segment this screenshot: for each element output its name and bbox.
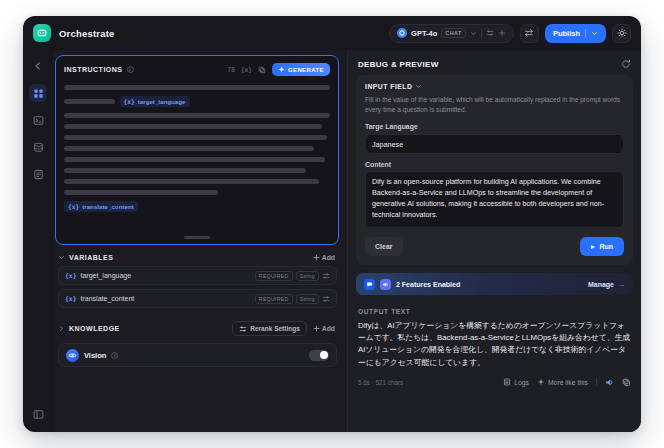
eye-icon [66, 349, 79, 362]
skeleton-row: {x} target_language [64, 96, 330, 107]
type-badge: String [296, 271, 319, 281]
publish-button[interactable]: Publish [545, 24, 606, 43]
info-icon: i [111, 352, 118, 359]
add-label: Add [322, 254, 335, 261]
sidebar-item-annotations[interactable] [29, 165, 47, 183]
insert-variable-icon[interactable]: {x} [241, 66, 252, 73]
info-icon: i [127, 66, 134, 73]
vision-card: Vision i [58, 343, 337, 367]
manage-features-link[interactable]: Manage → [588, 280, 625, 289]
collapse-panel-icon[interactable] [29, 405, 47, 423]
output-text: Difyは、AIアプリケーションを構築するためのオープンソースプラットフォームで… [358, 320, 631, 368]
chevron-down-icon [591, 30, 598, 37]
header-actions: GPT-4o CHAT Publish [389, 24, 631, 43]
variables-header[interactable]: VARIABLES Add [55, 245, 339, 266]
required-badge: REQUIRED [255, 294, 293, 304]
char-count: 78 [228, 66, 235, 73]
variable-symbol: {x} [65, 295, 77, 303]
skeleton-line [64, 190, 218, 195]
model-mode-badge: CHAT [441, 28, 466, 38]
variable-row-target-language[interactable]: {x} target_language REQUIRED String [58, 266, 337, 285]
more-like-this-button[interactable]: More like this [537, 378, 588, 386]
skeleton-line [64, 113, 330, 118]
clear-button[interactable]: Clear [365, 237, 403, 256]
speaker-button[interactable] [605, 378, 614, 387]
instructions-title: INSTRUCTIONS [64, 66, 123, 73]
skeleton-line [64, 124, 322, 129]
publish-label: Publish [553, 29, 580, 38]
orchestrate-panel: INSTRUCTIONS i 78 {x} GENERATE [53, 50, 347, 432]
input-field-header[interactable]: INPUT FIELD [365, 83, 624, 90]
feature-opener-icon [364, 279, 375, 290]
plus-icon [313, 325, 320, 332]
play-icon [591, 245, 595, 249]
chevron-down-icon [470, 30, 477, 37]
type-badge: String [296, 294, 319, 304]
variable-symbol: {x} [65, 272, 77, 280]
divider [585, 29, 586, 38]
model-selector[interactable]: GPT-4o CHAT [389, 24, 514, 43]
variables-title: VARIABLES [69, 254, 113, 261]
model-params-icon [486, 29, 494, 37]
sidebar-item-api-terminal[interactable] [29, 111, 47, 129]
app-window: Orchestrate GPT-4o CHAT Publish [23, 16, 641, 432]
output-footer: 5.6s · 521 chars Logs More like this [358, 378, 631, 387]
logs-label: Logs [514, 379, 529, 386]
features-bar[interactable]: 2 Features Enabled Manage → [356, 273, 633, 295]
variable-chip-target-language[interactable]: {x} target_language [120, 96, 190, 107]
instructions-header: INSTRUCTIONS i 78 {x} GENERATE [64, 63, 330, 76]
variable-row-translate-content[interactable]: {x} translate_content REQUIRED String [58, 289, 337, 308]
run-button[interactable]: Run [580, 237, 624, 256]
top-bar: Orchestrate GPT-4o CHAT Publish [23, 16, 641, 50]
target-language-input[interactable] [365, 134, 624, 154]
restore-history-icon[interactable] [520, 24, 539, 43]
back-arrow-icon[interactable] [29, 57, 47, 75]
sidebar-item-orchestrate[interactable] [29, 84, 47, 102]
debug-buttons: Clear Run [365, 237, 624, 256]
output-actions: Logs More like this [503, 378, 631, 387]
copy-icon[interactable] [258, 66, 266, 74]
run-label: Run [599, 243, 613, 250]
app-logo-icon [33, 24, 51, 42]
variable-settings-icon[interactable] [322, 295, 330, 303]
instructions-card: INSTRUCTIONS i 78 {x} GENERATE [55, 55, 339, 245]
rerank-settings-button[interactable]: Rerank Settings [232, 321, 307, 336]
speaker-icon [605, 378, 614, 387]
page-title: Orchestrate [59, 28, 115, 39]
logs-button[interactable]: Logs [503, 378, 529, 386]
sparkle-icon [278, 66, 285, 73]
add-variable-button[interactable]: Add [313, 254, 335, 261]
output-stats: 5.6s · 521 chars [358, 379, 403, 386]
instructions-actions: 78 {x} GENERATE [228, 63, 330, 76]
refresh-icon[interactable] [621, 59, 631, 69]
sidebar-item-logs-stack[interactable] [29, 138, 47, 156]
variable-chip-translate-content[interactable]: {x} translate_content [64, 201, 138, 212]
skeleton-line [64, 135, 327, 140]
input-field-title: INPUT FIELD [365, 83, 412, 90]
more-like-this-label: More like this [548, 379, 588, 386]
generate-button[interactable]: GENERATE [272, 63, 330, 76]
skeleton-row: {x} translate_content [64, 201, 330, 212]
model-provider-icon [397, 28, 407, 38]
skeleton-line [64, 157, 325, 162]
manage-label: Manage [588, 281, 614, 288]
model-temperature-icon [498, 29, 506, 37]
sidebar [23, 50, 53, 432]
generate-label: GENERATE [288, 67, 324, 73]
skeleton-line [64, 85, 330, 90]
add-knowledge-button[interactable]: Add [313, 325, 335, 332]
variable-name: target_language [81, 272, 132, 279]
input-field-description: Fill in the value of the variable, which… [365, 95, 624, 115]
content-textarea[interactable]: Dify is an open-source platform for buil… [365, 171, 624, 228]
variable-chip-label: translate_content [82, 203, 134, 210]
divider [481, 29, 482, 38]
variable-settings-icon[interactable] [322, 272, 330, 280]
debug-header: DEBUG & PREVIEW [348, 50, 641, 75]
settings-gear-button[interactable] [612, 24, 631, 43]
resize-handle[interactable] [184, 236, 210, 239]
gear-icon [617, 28, 627, 38]
vision-toggle[interactable] [309, 350, 329, 361]
copy-output-button[interactable] [622, 378, 631, 387]
content-label: Content [365, 161, 624, 168]
knowledge-header[interactable]: KNOWLEDGE Rerank Settings Add [55, 312, 339, 341]
